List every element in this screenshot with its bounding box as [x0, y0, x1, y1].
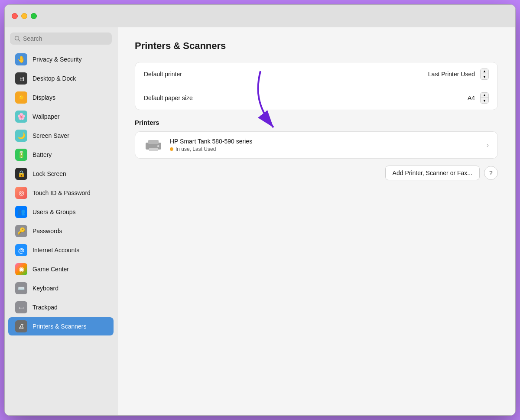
bottom-controls: Add Printer, Scanner or Fax... ? — [135, 166, 498, 180]
stepper-up-button[interactable]: ▲ — [481, 93, 488, 98]
trackpad-icon: ▭ — [15, 301, 27, 313]
sidebar-item-label: Battery — [32, 151, 52, 158]
sidebar: 🤚 Privacy & Security 🖥 Desktop & Dock ☀️… — [5, 27, 117, 415]
traffic-lights — [12, 13, 37, 19]
sidebar-item-users-groups[interactable]: 👥 Users & Groups — [8, 203, 114, 221]
help-button[interactable]: ? — [484, 166, 498, 180]
svg-rect-5 — [149, 148, 158, 151]
sidebar-item-desktop-dock[interactable]: 🖥 Desktop & Dock — [8, 69, 114, 88]
sidebar-item-battery[interactable]: 🔋 Battery — [8, 146, 114, 164]
sidebar-item-keyboard[interactable]: ⌨️ Keyboard — [8, 279, 114, 297]
printer-icon — [144, 138, 163, 152]
search-input[interactable] — [23, 35, 107, 42]
svg-rect-4 — [148, 140, 159, 144]
default-printer-value-container[interactable]: Last Printer Used ▲ ▼ — [428, 68, 489, 80]
stepper-down-button[interactable]: ▼ — [481, 74, 488, 79]
default-paper-size-value-container[interactable]: A4 ▲ ▼ — [468, 92, 489, 104]
sidebar-item-label: Touch ID & Password — [32, 189, 91, 196]
game-center-icon: ◉ — [15, 263, 27, 275]
sidebar-item-label: Desktop & Dock — [32, 75, 76, 82]
search-bar[interactable] — [10, 33, 112, 45]
screen-saver-icon: 🌙 — [15, 130, 27, 142]
svg-line-1 — [19, 40, 20, 42]
sidebar-item-label: Privacy & Security — [32, 56, 82, 63]
default-printer-row: Default printer Last Printer Used ▲ ▼ — [135, 62, 497, 86]
printer-name: HP Smart Tank 580-590 series — [170, 138, 480, 145]
default-printer-stepper[interactable]: ▲ ▼ — [480, 68, 489, 80]
sidebar-item-label: Printers & Scanners — [32, 323, 87, 330]
keyboard-icon: ⌨️ — [15, 282, 27, 294]
titlebar — [5, 5, 515, 27]
sidebar-item-trackpad[interactable]: ▭ Trackpad — [8, 298, 114, 316]
stepper-up-button[interactable]: ▲ — [481, 69, 488, 74]
maximize-button[interactable] — [31, 13, 37, 19]
main-content: 🤚 Privacy & Security 🖥 Desktop & Dock ☀️… — [5, 27, 515, 415]
printer-info: HP Smart Tank 580-590 series In use, Las… — [170, 138, 480, 152]
sidebar-item-label: Internet Accounts — [32, 247, 79, 254]
sidebar-item-label: Displays — [32, 94, 55, 101]
sidebar-item-privacy-security[interactable]: 🤚 Privacy & Security — [8, 50, 114, 68]
sidebar-item-printers-scanners[interactable]: 🖨 Printers & Scanners — [8, 317, 114, 335]
users-groups-icon: 👥 — [15, 206, 27, 218]
default-printer-label: Default printer — [144, 71, 182, 78]
wallpaper-icon: 🌸 — [15, 111, 27, 123]
sidebar-item-label: Wallpaper — [32, 113, 60, 120]
main-panel: Printers & Scanners Default printer Last… — [117, 27, 515, 415]
battery-icon: 🔋 — [15, 149, 27, 161]
sidebar-item-touch-id-password[interactable]: ◎ Touch ID & Password — [8, 184, 114, 202]
chevron-right-icon: › — [487, 141, 489, 149]
sidebar-item-label: Users & Groups — [32, 208, 76, 215]
internet-accounts-icon: @ — [15, 244, 27, 256]
sidebar-item-lock-screen[interactable]: 🔒 Lock Screen — [8, 165, 114, 183]
printer-status: In use, Last Used — [170, 146, 480, 152]
sidebar-item-label: Game Center — [32, 266, 69, 273]
sidebar-item-displays[interactable]: ☀️ Displays — [8, 88, 114, 107]
system-settings-window: 🤚 Privacy & Security 🖥 Desktop & Dock ☀️… — [4, 4, 516, 416]
stepper-down-button[interactable]: ▼ — [481, 98, 488, 103]
default-paper-size-label: Default paper size — [144, 94, 193, 101]
search-icon — [14, 36, 20, 42]
close-button[interactable] — [12, 13, 18, 19]
printers-section: Printers — [135, 119, 498, 159]
minimize-button[interactable] — [21, 13, 27, 19]
page-title: Printers & Scanners — [135, 40, 498, 52]
default-printer-value: Last Printer Used — [428, 71, 475, 78]
sidebar-item-label: Trackpad — [32, 304, 58, 311]
desktop-dock-icon: 🖥 — [15, 72, 27, 85]
sidebar-item-label: Keyboard — [32, 285, 58, 292]
sidebar-item-label: Passwords — [32, 228, 62, 234]
default-paper-size-row: Default paper size A4 ▲ ▼ — [135, 86, 497, 110]
default-paper-size-stepper[interactable]: ▲ ▼ — [480, 92, 489, 104]
printers-section-title: Printers — [135, 119, 498, 131]
printers-scanners-icon: 🖨 — [15, 320, 27, 332]
printer-status-text: In use, Last Used — [176, 146, 216, 152]
touch-id-icon: ◎ — [15, 187, 27, 199]
svg-point-6 — [157, 145, 159, 147]
default-settings-section: Default printer Last Printer Used ▲ ▼ De… — [135, 62, 498, 110]
passwords-icon: 🔑 — [15, 225, 27, 237]
printer-list-item[interactable]: HP Smart Tank 580-590 series In use, Las… — [135, 131, 498, 159]
add-printer-button[interactable]: Add Printer, Scanner or Fax... — [385, 166, 480, 180]
default-paper-size-value: A4 — [468, 94, 475, 101]
sidebar-item-label: Lock Screen — [32, 170, 66, 177]
lock-screen-icon: 🔒 — [15, 168, 27, 180]
sidebar-item-internet-accounts[interactable]: @ Internet Accounts — [8, 241, 114, 259]
sidebar-item-game-center[interactable]: ◉ Game Center — [8, 260, 114, 278]
displays-icon: ☀️ — [15, 91, 27, 104]
sidebar-item-screen-saver[interactable]: 🌙 Screen Saver — [8, 127, 114, 145]
sidebar-item-wallpaper[interactable]: 🌸 Wallpaper — [8, 107, 114, 126]
status-dot — [170, 147, 173, 151]
privacy-security-icon: 🤚 — [15, 53, 27, 65]
sidebar-item-passwords[interactable]: 🔑 Passwords — [8, 222, 114, 240]
sidebar-item-label: Screen Saver — [32, 132, 69, 139]
